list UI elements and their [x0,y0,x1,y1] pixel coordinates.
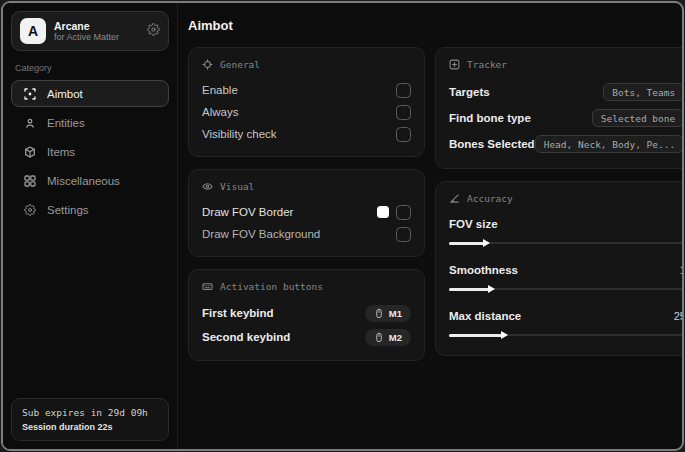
grid-icon [24,174,37,187]
slider-value: 250m [674,310,682,322]
mouse-icon [374,332,384,343]
sidebar-item-label: Entities [47,117,85,129]
app-logo: A [20,18,46,44]
slider-group-smoothness: Smoothness 15.0 [449,259,682,294]
person-scan-icon [24,116,37,129]
always-checkbox[interactable] [396,105,411,120]
select-label: Bones Selected [449,138,535,150]
sidebar-item-label: Miscellaneous [47,175,120,187]
keybind-value: M1 [389,308,402,319]
select-row-bones-selected: Bones Selected Head, Neck, Body, Pe... [449,131,682,157]
activation-header: Activation buttons [202,281,411,292]
tracker-card: Tracker Targets Bots, Teams Find bone ty… [435,47,682,169]
tracker-header: Tracker [449,59,682,70]
gear-icon [24,203,37,216]
sidebar-item-label: Aimbot [47,88,83,100]
slider-value: 15.0 [680,264,682,276]
sidebar-item-label: Settings [47,204,89,216]
toggle-label: Visibility check [202,128,277,140]
slider-label: Max distance [449,310,521,322]
second-keybind-button[interactable]: M2 [365,329,411,346]
slider-thumb[interactable] [488,285,495,293]
sidebar-item-entities[interactable]: Entities [11,109,169,136]
slider-group-fov-size: FOV size 50° [449,213,682,248]
visual-header: Visual [202,181,411,192]
app-subtitle: for Active Matter [54,32,139,42]
accuracy-card: Accuracy FOV size 50° [435,181,682,356]
general-card: General Enable Always Visibility check [188,47,425,157]
toggle-label: Always [202,106,238,118]
slider-thumb[interactable] [501,331,508,339]
session-duration-text: Session duration 22s [22,422,158,432]
max-distance-slider[interactable] [449,331,682,340]
toggle-row-always: Always [202,101,411,123]
smoothness-slider[interactable] [449,285,682,294]
keybind-value: M2 [389,332,402,343]
activation-buttons-card: Activation buttons First keybind M1 Seco… [188,269,425,361]
accuracy-header: Accuracy [449,193,682,204]
toggle-row-draw-fov-border: Draw FOV Border [202,201,411,223]
keyboard-icon [202,281,213,292]
sidebar-item-label: Items [47,146,75,158]
targets-select[interactable]: Bots, Teams [603,83,682,101]
fov-border-color-swatch[interactable] [377,206,389,218]
target-square-icon [449,59,460,70]
toggle-label: Enable [202,84,238,96]
toggle-row-visibility-check: Visibility check [202,123,411,145]
toggle-label: Draw FOV Background [202,228,320,240]
fov-size-slider[interactable] [449,239,682,248]
sidebar-item-aimbot[interactable]: Aimbot [11,80,169,107]
category-nav: Aimbot Entities Items Miscellaneous [11,80,169,223]
app-window: A Arcane for Active Matter Category Aimb… [1,1,684,451]
bones-selected-select[interactable]: Head, Neck, Body, Pe... [535,135,682,153]
sidebar-item-items[interactable]: Items [11,138,169,165]
select-row-targets: Targets Bots, Teams [449,79,682,105]
first-keybind-button[interactable]: M1 [365,305,411,322]
enable-checkbox[interactable] [396,83,411,98]
subscription-info-card: Sub expires in 29d 09h Session duration … [11,398,169,441]
keybind-row-second: Second keybind M2 [202,325,411,349]
app-title: Arcane [54,20,139,32]
visibility-check-checkbox[interactable] [396,127,411,142]
gear-icon[interactable] [147,23,160,39]
draw-fov-border-checkbox[interactable] [396,205,411,220]
crosshair-icon [202,59,213,70]
slider-thumb[interactable] [483,239,490,247]
sidebar-item-settings[interactable]: Settings [11,196,169,223]
sub-expiry-text: Sub expires in 29d 09h [22,407,158,418]
toggle-label: Draw FOV Border [202,206,293,218]
slider-group-max-distance: Max distance 250m [449,305,682,340]
mouse-icon [374,308,384,319]
eye-icon [202,181,213,192]
slider-label: FOV size [449,218,498,230]
angle-icon [449,193,460,204]
keybind-label: First keybind [202,307,274,319]
crosshair-icon [24,87,37,100]
find-bone-type-select[interactable]: Selected bone [592,109,682,127]
draw-fov-background-checkbox[interactable] [396,227,411,242]
slider-label: Smoothness [449,264,518,276]
keybind-row-first: First keybind M1 [202,301,411,325]
select-row-find-bone-type: Find bone type Selected bone [449,105,682,131]
sidebar-item-miscellaneous[interactable]: Miscellaneous [11,167,169,194]
category-label: Category [15,63,165,73]
toggle-row-enable: Enable [202,79,411,101]
toggle-row-draw-fov-background: Draw FOV Background [202,223,411,245]
main-panel: Aimbot General Enable Always [178,3,682,449]
general-header: General [202,59,411,70]
select-label: Find bone type [449,112,531,124]
select-label: Targets [449,86,490,98]
sidebar: A Arcane for Active Matter Category Aimb… [3,3,178,449]
logo-card[interactable]: A Arcane for Active Matter [11,11,169,51]
keybind-label: Second keybind [202,331,290,343]
cube-icon [24,145,37,158]
page-title: Aimbot [188,18,669,33]
visual-card: Visual Draw FOV Border Draw FOV Backgrou… [188,169,425,257]
